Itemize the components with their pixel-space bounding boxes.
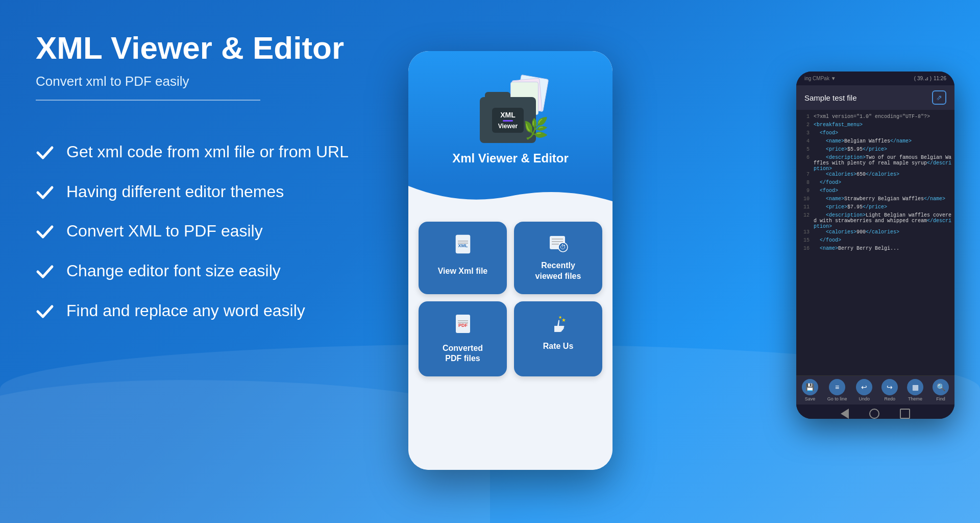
check-icon-2 [36, 183, 54, 202]
goto-label: Go to line [827, 396, 847, 401]
view-xml-label: View Xml file [438, 266, 488, 277]
recents-button[interactable] [900, 409, 910, 419]
check-icon-4 [36, 263, 54, 281]
code-line-15: 15 </food> [796, 237, 954, 246]
nav-bar [796, 405, 954, 419]
phone-frame: XML Viewer 🌿 Xml Viewer & Editor [408, 51, 612, 470]
goto-toolbar-item[interactable]: ≡ Go to line [827, 379, 847, 401]
svg-text:PDF: PDF [458, 323, 468, 328]
theme-label: Theme [908, 396, 922, 401]
save-toolbar-item[interactable]: 💾 Save [802, 379, 818, 401]
xml-text: XML [500, 111, 516, 119]
code-line-13: 13 <calories>900</calories> [796, 229, 954, 237]
save-label: Save [805, 396, 816, 401]
code-line-1: 1 <?xml version="1.0" encoding="UTF-8"?> [796, 114, 954, 122]
folder-tab [485, 92, 510, 100]
code-phone-frame: ing CMPak ▼ ( 39.⊿ ) 11:26 Sample test f… [796, 72, 954, 419]
feature-item-2: Having different editor themes [36, 181, 352, 203]
code-editor-content[interactable]: 1 <?xml version="1.0" encoding="UTF-8"?>… [796, 110, 954, 375]
feature-text-2: Having different editor themes [66, 181, 284, 203]
undo-icon: ↩ [856, 379, 872, 395]
code-line-12: 12 <description>Light Belgian waffles co… [796, 212, 954, 229]
feature-list: Get xml code from xml file or from URL H… [36, 141, 352, 321]
home-button[interactable] [869, 409, 879, 419]
recently-viewed-button[interactable]: ⏱ Recentlyviewed files [514, 222, 602, 294]
svg-text:★: ★ [558, 315, 562, 320]
converted-pdf-label: ConvertedPDF files [443, 343, 483, 365]
feature-item-4: Change editor font size easily [36, 260, 352, 282]
file-icon: XML [454, 234, 472, 256]
code-line-10: 10 <name>Strawberry Belgian Waffles</nam… [796, 196, 954, 204]
check-icon-5 [36, 302, 54, 321]
code-status-bar: ing CMPak ▼ ( 39.⊿ ) 11:26 [796, 72, 954, 85]
back-button[interactable] [841, 409, 849, 419]
title-divider [36, 100, 260, 101]
redo-label: Redo [884, 396, 895, 401]
feature-item-1: Get xml code from xml file or from URL [36, 141, 352, 163]
xml-badge: XML Viewer [492, 108, 524, 133]
find-icon: 🔍 [933, 379, 949, 395]
phone-app-title: Xml Viewer & Editor [452, 151, 569, 165]
wave-svg [408, 186, 612, 206]
find-label: Find [936, 396, 945, 401]
leaf-decoration: 🌿 [523, 116, 549, 140]
code-line-3: 3 <food> [796, 130, 954, 138]
check-icon-1 [36, 144, 54, 162]
battery-icon: ( 39.⊿ ) [914, 76, 932, 81]
wave-divider [408, 186, 612, 206]
feature-text-1: Get xml code from xml file or from URL [66, 141, 349, 163]
feature-text-4: Change editor font size easily [66, 260, 281, 282]
phone-top-section: XML Viewer 🌿 Xml Viewer & Editor [408, 51, 612, 186]
app-subtitle: Convert xml to PDF easily [36, 74, 352, 89]
xml-dash [503, 120, 513, 122]
rate-us-icon: ★ ★ [547, 314, 570, 336]
redo-toolbar-item[interactable]: ↪ Redo [881, 379, 898, 401]
rate-us-svg: ★ ★ [547, 314, 570, 336]
share-button[interactable]: ⇗ [932, 90, 946, 105]
code-file-title: Sample test file [804, 93, 857, 102]
grid-buttons: XML View Xml file [419, 222, 602, 376]
check-icon-3 [36, 223, 54, 241]
save-icon: 💾 [802, 379, 818, 395]
viewer-text: Viewer [498, 123, 518, 130]
feature-text-3: Convert XML to PDF easily [66, 221, 263, 242]
theme-icon: ▦ [907, 379, 923, 395]
find-toolbar-item[interactable]: 🔍 Find [933, 379, 949, 401]
redo-icon: ↪ [881, 379, 898, 395]
converted-pdf-icon: PDF [454, 314, 472, 338]
undo-toolbar-item[interactable]: ↩ Undo [856, 379, 872, 401]
view-xml-button[interactable]: XML View Xml file [419, 222, 507, 294]
goto-icon: ≡ [829, 379, 845, 395]
code-line-7: 7 <calories>650</calories> [796, 172, 954, 180]
feature-item-5: Find and replace any word easily [36, 300, 352, 322]
left-section: XML Viewer & Editor Convert xml to PDF e… [0, 0, 388, 523]
recently-viewed-label: Recentlyviewed files [535, 260, 581, 282]
code-line-4: 4 <name>Belgian Waffles</name> [796, 138, 954, 147]
converted-pdf-button[interactable]: PDF ConvertedPDF files [419, 301, 507, 377]
code-toolbar: 💾 Save ≡ Go to line ↩ Undo ↪ Redo ▦ Them… [796, 375, 954, 405]
phone-container: XML Viewer 🌿 Xml Viewer & Editor [388, 10, 633, 511]
rate-us-button[interactable]: ★ ★ Rate Us [514, 301, 602, 377]
code-line-11: 11 <price>$7.95</price> [796, 204, 954, 212]
code-editor-header: Sample test file ⇗ [796, 85, 954, 110]
svg-text:★: ★ [561, 317, 566, 323]
time-display: 11:26 [934, 76, 946, 81]
phone-bottom-section: XML View Xml file [408, 206, 612, 470]
svg-text:⏱: ⏱ [560, 244, 566, 251]
code-line-9: 9 <food> [796, 188, 954, 196]
code-line-2: 2 <breakfast_menu> [796, 122, 954, 130]
rate-us-label: Rate Us [543, 341, 574, 352]
view-xml-icon: XML [454, 234, 472, 261]
theme-toolbar-item[interactable]: ▦ Theme [907, 379, 923, 401]
xml-viewer-icon: XML Viewer 🌿 [475, 77, 546, 143]
recently-viewed-icon: ⏱ [549, 234, 568, 255]
status-icons: ( 39.⊿ ) 11:26 [914, 76, 946, 81]
feature-text-5: Find and replace any word easily [66, 300, 305, 322]
pdf-icon: PDF [454, 314, 472, 336]
svg-text:XML: XML [458, 243, 468, 248]
app-title: XML Viewer & Editor [36, 31, 352, 65]
code-line-8: 8 </food> [796, 180, 954, 188]
code-line-6: 6 <description>Two of our famous Belgian… [796, 155, 954, 172]
recently-viewed-svg: ⏱ [549, 234, 568, 253]
feature-item-3: Convert XML to PDF easily [36, 221, 352, 242]
